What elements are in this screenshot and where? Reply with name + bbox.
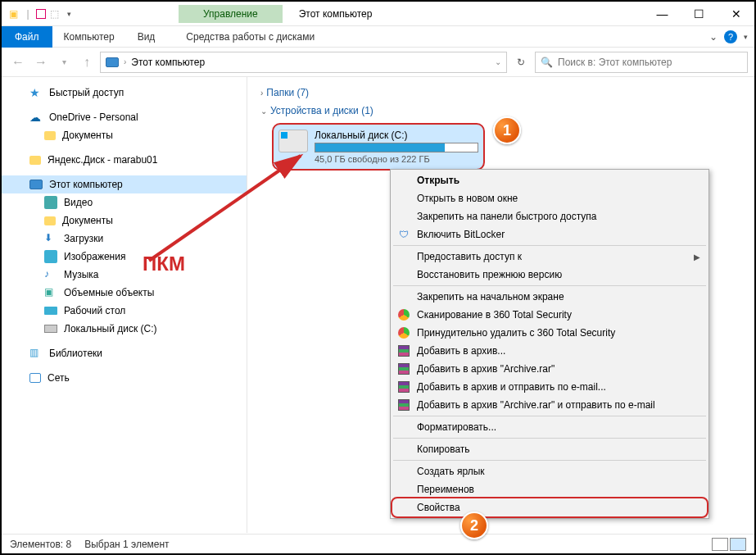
minimize-button[interactable]: — (644, 2, 681, 26)
drive-icon (44, 325, 57, 333)
sidebar-quick-access[interactable]: ★Быстрый доступ (2, 84, 247, 102)
status-item-count: Элементов: 8 (10, 539, 71, 550)
sidebar-videos[interactable]: Видео (2, 193, 247, 212)
chevron-down-icon: ⌄ (260, 107, 267, 116)
help-dropdown-icon[interactable]: ▾ (744, 33, 748, 41)
back-button[interactable]: ← (8, 52, 28, 72)
sidebar-pictures[interactable]: Изображения (2, 248, 247, 266)
sidebar-libraries[interactable]: ▥Библиотеки (2, 344, 247, 362)
context-menu: Открыть Открыть в новом окне Закрепить н… (390, 169, 709, 519)
drive-free-text: 45,0 ГБ свободно из 222 ГБ (315, 154, 478, 164)
window-controls: — ☐ ✕ (644, 2, 754, 26)
ctx-properties[interactable]: Свойства (391, 497, 708, 518)
status-selection: Выбран 1 элемент (84, 539, 169, 550)
sidebar-drive-c[interactable]: Локальный диск (C:) (2, 320, 247, 338)
star-icon: ★ (29, 86, 43, 99)
chevron-right-icon: › (260, 89, 263, 98)
chevron-right-icon[interactable]: › (124, 57, 126, 66)
ctx-separator (393, 438, 706, 439)
ribbon-expand-icon[interactable]: ⌄ (709, 31, 718, 43)
sidebar-music[interactable]: ♪Музыка (2, 266, 247, 284)
ctx-add-archive[interactable]: Добавить в архив... (392, 342, 707, 360)
sidebar-network[interactable]: Сеть (2, 369, 247, 387)
up-button[interactable]: ↑ (77, 52, 97, 72)
search-placeholder: Поиск в: Этот компьютер (558, 57, 672, 68)
chevron-right-icon: ▶ (694, 252, 700, 262)
ctx-restore-version[interactable]: Восстановить прежнюю версию (392, 266, 707, 284)
sidebar-onedrive-documents[interactable]: Документы (2, 126, 247, 144)
help-icon[interactable]: ? (724, 30, 737, 43)
maximize-button[interactable]: ☐ (681, 2, 718, 26)
ctx-pin-start[interactable]: Закрепить на начальном экране (392, 288, 707, 306)
network-icon (29, 373, 41, 383)
ctx-format[interactable]: Форматировать... (392, 418, 707, 436)
search-icon: 🔍 (541, 57, 553, 68)
rar-icon (397, 362, 410, 375)
ribbon-tabs: Файл Компьютер Вид Средства работы с дис… (2, 26, 754, 48)
capacity-bar (315, 143, 478, 152)
ctx-archive-email[interactable]: Добавить в архив и отправить по e-mail..… (392, 378, 707, 396)
rar-icon (397, 398, 410, 412)
sidebar-3d-objects[interactable]: ▣Объемные объекты (2, 284, 247, 302)
folders-group-header[interactable]: ›Папки (7) (260, 84, 741, 102)
search-box[interactable]: 🔍 Поиск в: Этот компьютер (535, 52, 748, 73)
ctx-scan-360[interactable]: Сканирование в 360 Total Security (392, 306, 707, 324)
ctx-pin-quick-access[interactable]: Закрепить на панели быстрого доступа (392, 207, 707, 225)
view-tab[interactable]: Вид (126, 28, 167, 46)
properties-icon[interactable] (36, 9, 46, 19)
qat-item[interactable]: ⬚ (48, 7, 61, 20)
ctx-separator (393, 416, 706, 416)
address-text[interactable]: Этот компьютер (131, 57, 205, 68)
ctx-separator (393, 285, 706, 286)
ctx-add-archive-rar[interactable]: Добавить в архив "Archive.rar" (392, 360, 707, 378)
ctx-open[interactable]: Открыть (392, 171, 707, 189)
status-bar: Элементов: 8 Выбран 1 элемент (2, 534, 754, 553)
sidebar-documents[interactable]: Документы (2, 212, 247, 230)
close-button[interactable]: ✕ (718, 2, 754, 26)
annotation-pkm-label: ПКМ (143, 252, 185, 275)
pc-icon (29, 180, 43, 189)
pc-icon (106, 57, 119, 67)
drive-c-item[interactable]: Локальный диск (C:) 45,0 ГБ свободно из … (272, 123, 485, 171)
window-title: Этот компьютер (299, 8, 373, 20)
music-icon: ♪ (44, 268, 57, 281)
contextual-tab-header: Управление (179, 5, 283, 23)
ctx-rename[interactable]: Переименов (392, 480, 707, 498)
address-bar[interactable]: › Этот компьютер ⌄ (100, 52, 507, 73)
ctx-open-new-window[interactable]: Открыть в новом окне (392, 189, 707, 207)
ctx-separator (393, 245, 706, 246)
ctx-copy[interactable]: Копировать (392, 440, 707, 458)
computer-tab[interactable]: Компьютер (52, 28, 126, 46)
pictures-icon (44, 250, 57, 263)
ctx-force-delete-360[interactable]: Принудительно удалить с 360 Total Securi… (392, 324, 707, 342)
cloud-icon: ☁ (29, 111, 43, 124)
sidebar-onedrive[interactable]: ☁OneDrive - Personal (2, 108, 247, 126)
sidebar-downloads[interactable]: ⬇Загрузки (2, 230, 247, 248)
ctx-give-access[interactable]: Предоставить доступ к▶ (392, 248, 707, 266)
drive-icon (278, 130, 308, 152)
sidebar-this-pc[interactable]: Этот компьютер (2, 175, 247, 193)
file-tab[interactable]: Файл (2, 26, 52, 48)
annotation-badge-2: 2 (460, 512, 488, 539)
qat-dropdown-icon[interactable]: ▾ (62, 7, 75, 20)
ctx-archive-rar-email[interactable]: Добавить в архив "Archive.rar" и отправи… (392, 396, 707, 414)
folder-icon (44, 216, 56, 225)
libraries-icon: ▥ (29, 347, 43, 360)
forward-button[interactable]: → (31, 52, 51, 72)
address-dropdown-icon[interactable]: ⌄ (495, 57, 501, 66)
sidebar-yandex-disk[interactable]: Яндекс.Диск - marabu01 (2, 151, 247, 169)
cube-icon: ▣ (44, 286, 57, 299)
view-details-button[interactable] (712, 538, 728, 551)
sidebar-desktop[interactable]: Рабочий стол (2, 302, 247, 320)
refresh-button[interactable]: ↻ (510, 57, 532, 68)
view-tiles-button[interactable] (730, 538, 746, 551)
qat-divider: | (21, 7, 34, 20)
ctx-bitlocker[interactable]: 🛡Включить BitLocker (392, 225, 707, 243)
annotation-badge-1: 1 (493, 116, 521, 144)
ctx-create-shortcut[interactable]: Создать ярлык (392, 462, 707, 480)
drive-tools-tab[interactable]: Средства работы с дисками (174, 28, 326, 46)
folder-icon (44, 131, 56, 140)
desktop-icon (44, 307, 57, 315)
rar-icon (397, 380, 410, 394)
recent-dropdown[interactable]: ▾ (54, 52, 74, 72)
